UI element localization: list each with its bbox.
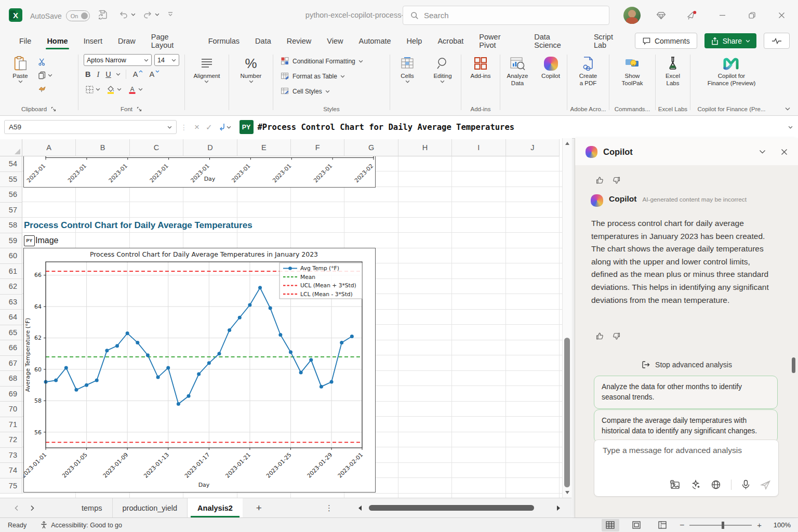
row-header-54[interactable]: 54 bbox=[0, 156, 22, 172]
column-header-J[interactable]: J bbox=[506, 139, 560, 156]
previous-chart-image[interactable]: 2023-012023-012023-012023-012023-012023-… bbox=[23, 156, 376, 188]
copilot-ribbon-button[interactable]: Copilot bbox=[538, 54, 563, 81]
diamond-icon[interactable] bbox=[656, 10, 667, 21]
thumbs-up-icon[interactable] bbox=[595, 331, 605, 341]
addins-button[interactable]: Add-ins bbox=[468, 54, 494, 81]
format-painter-button[interactable] bbox=[36, 83, 54, 95]
redo-button[interactable] bbox=[142, 9, 159, 20]
zoom-thumb[interactable] bbox=[722, 522, 724, 529]
row-header-55[interactable]: 55 bbox=[0, 172, 22, 188]
cells-button[interactable]: Cells bbox=[397, 54, 418, 84]
zoom-percentage[interactable]: 100% bbox=[770, 521, 791, 529]
undo-button[interactable] bbox=[118, 9, 136, 20]
row-header-61[interactable]: 61 bbox=[0, 264, 22, 280]
menu-tab-formulas[interactable]: Formulas bbox=[201, 31, 247, 50]
number-button[interactable]: % Number bbox=[237, 54, 265, 84]
zoom-out-icon[interactable]: − bbox=[680, 521, 684, 530]
sheet-nav-right-icon[interactable] bbox=[24, 498, 41, 517]
row-header-59[interactable]: 59 bbox=[0, 233, 22, 249]
underline-button[interactable]: U bbox=[104, 70, 112, 78]
row-header-75[interactable]: 75 bbox=[0, 478, 22, 494]
row-header-56[interactable]: 56 bbox=[0, 187, 22, 203]
column-header-G[interactable]: G bbox=[344, 139, 398, 156]
cell-a58-heading[interactable]: Process Control Chart for Daily Average … bbox=[24, 218, 252, 233]
insert-python-icon[interactable] bbox=[219, 123, 231, 131]
menu-tab-acrobat[interactable]: Acrobat bbox=[430, 31, 471, 50]
collapse-ribbon-icon[interactable] bbox=[784, 107, 791, 111]
column-header-C[interactable]: C bbox=[130, 139, 183, 156]
cut-button[interactable] bbox=[36, 56, 54, 68]
copy-button[interactable] bbox=[36, 70, 54, 81]
row-header-57[interactable]: 57 bbox=[0, 203, 22, 218]
cancel-entry-icon[interactable]: × bbox=[194, 122, 200, 132]
analyze-data-button[interactable]: AnalyzeData bbox=[504, 54, 531, 88]
alignment-button[interactable]: Alignment bbox=[190, 54, 223, 84]
create-pdf-button[interactable]: Createa PDF bbox=[576, 54, 601, 88]
scroll-right-icon[interactable] bbox=[557, 506, 560, 511]
menu-tab-insert[interactable]: Insert bbox=[76, 31, 110, 50]
globe-icon[interactable] bbox=[711, 480, 721, 490]
font-color-button[interactable]: A bbox=[126, 84, 144, 96]
close-icon[interactable] bbox=[769, 0, 793, 30]
column-header-H[interactable]: H bbox=[398, 139, 452, 156]
copilot-close-icon[interactable] bbox=[781, 149, 788, 155]
sheet-tab-analysis2[interactable]: Analysis2 bbox=[188, 498, 243, 517]
row-header-73[interactable]: 73 bbox=[0, 448, 22, 463]
whats-new-megaphone-icon[interactable] bbox=[686, 10, 697, 21]
row-header-69[interactable]: 69 bbox=[0, 387, 22, 402]
copilot-finance-button[interactable]: Copilot forFinance (Preview) bbox=[704, 54, 759, 88]
editing-button[interactable]: Editing bbox=[430, 54, 455, 84]
autosave-control[interactable]: AutoSave On bbox=[30, 10, 90, 21]
row-header-65[interactable]: 65 bbox=[0, 325, 22, 341]
row-header-64[interactable]: 64 bbox=[0, 310, 22, 325]
normal-view-button[interactable] bbox=[602, 519, 619, 531]
decrease-font-button[interactable]: A bbox=[148, 70, 161, 78]
row-header-63[interactable]: 63 bbox=[0, 295, 22, 310]
thumbs-up-icon[interactable] bbox=[595, 176, 605, 185]
cells-area[interactable]: 2023-012023-012023-012023-012023-012023-… bbox=[22, 156, 563, 498]
save-icon[interactable] bbox=[98, 9, 108, 20]
show-toolpak-button[interactable]: ShowToolPak bbox=[619, 54, 646, 88]
menu-tab-page-layout[interactable]: Page Layout bbox=[143, 31, 201, 50]
thumbs-down-icon[interactable] bbox=[611, 176, 621, 185]
cell-a59[interactable]: PY Image bbox=[24, 233, 58, 248]
confirm-entry-icon[interactable]: ✓ bbox=[206, 123, 212, 132]
prompt-sparkle-icon[interactable] bbox=[690, 480, 701, 490]
fill-color-button[interactable] bbox=[105, 84, 123, 96]
comments-button[interactable]: Comments bbox=[635, 33, 697, 49]
vertical-scrollbar[interactable] bbox=[562, 138, 572, 498]
scroll-left-icon[interactable] bbox=[358, 506, 362, 511]
menu-tab-view[interactable]: View bbox=[319, 31, 351, 50]
sheet-tab-production_yield[interactable]: production_yield bbox=[113, 498, 188, 517]
horizontal-scrollbar[interactable] bbox=[358, 504, 564, 512]
font-size-select[interactable]: 14 bbox=[154, 54, 179, 66]
autosave-toggle[interactable]: On bbox=[66, 10, 90, 21]
thumbs-down-icon[interactable] bbox=[611, 331, 621, 341]
accessibility-status[interactable]: Accessibility: Good to go bbox=[40, 521, 122, 529]
menu-tab-data[interactable]: Data bbox=[247, 31, 279, 50]
column-header-A[interactable]: A bbox=[22, 139, 76, 156]
increase-font-button[interactable]: A bbox=[131, 70, 145, 78]
clipboard-dialog-launcher-icon[interactable] bbox=[51, 107, 57, 112]
menu-tab-script-lab[interactable]: Script Lab bbox=[586, 31, 635, 50]
copilot-input-card[interactable] bbox=[594, 440, 779, 497]
bold-button[interactable]: B bbox=[84, 70, 92, 78]
sheet-more-icon[interactable]: ⋮ bbox=[325, 498, 334, 517]
zoom-track[interactable] bbox=[689, 525, 752, 526]
expand-formula-bar-icon[interactable] bbox=[788, 126, 793, 129]
scroll-down-icon[interactable] bbox=[565, 491, 569, 494]
sheet-tab-temps[interactable]: temps bbox=[72, 498, 113, 517]
scroll-up-icon[interactable] bbox=[565, 142, 569, 145]
menu-tab-draw[interactable]: Draw bbox=[110, 31, 143, 50]
search-input[interactable]: Search bbox=[403, 6, 609, 25]
activity-button[interactable] bbox=[764, 33, 790, 49]
row-header-74[interactable]: 74 bbox=[0, 463, 22, 478]
italic-button[interactable]: I bbox=[95, 70, 101, 79]
column-header-D[interactable]: D bbox=[183, 139, 237, 156]
minimize-button[interactable] bbox=[710, 0, 734, 30]
suggestion-chip-1[interactable]: Analyze the data for other months to ide… bbox=[594, 376, 778, 409]
row-header-66[interactable]: 66 bbox=[0, 340, 22, 356]
vertical-scroll-thumb[interactable] bbox=[564, 338, 570, 487]
user-avatar[interactable] bbox=[623, 7, 641, 24]
row-header-70[interactable]: 70 bbox=[0, 402, 22, 417]
